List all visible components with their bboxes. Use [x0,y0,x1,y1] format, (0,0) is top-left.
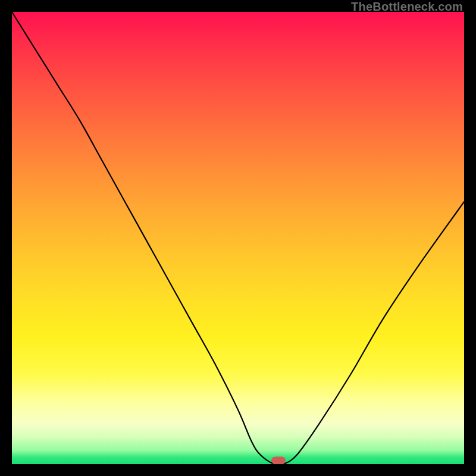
optimal-marker [271,456,286,464]
plot-area [12,12,464,464]
chart-frame: TheBottleneck.com [0,0,476,476]
bottleneck-curve [12,12,464,464]
watermark-text: TheBottleneck.com [351,0,463,14]
